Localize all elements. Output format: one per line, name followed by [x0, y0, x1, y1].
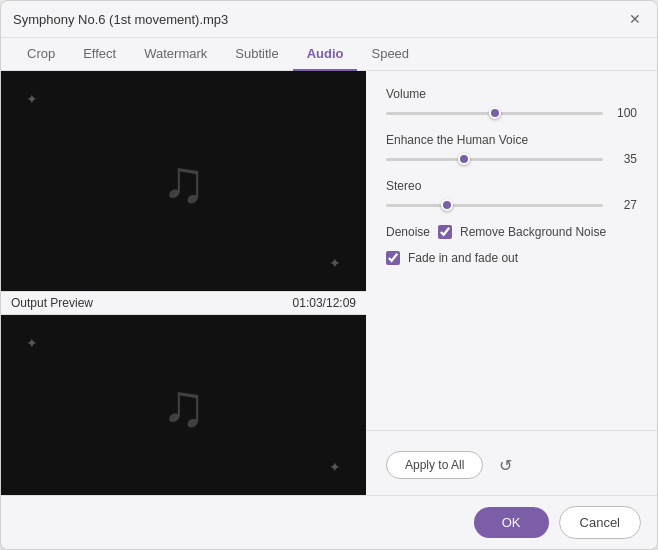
- main-content: ✦ ♫ ✦ Output Preview 01:03/12:09 ✦ ♫ ✦ ◀…: [1, 71, 657, 495]
- stereo-label: Stereo: [386, 179, 637, 193]
- tab-effect[interactable]: Effect: [69, 38, 130, 71]
- enhance-slider-row: 35: [386, 151, 637, 167]
- tab-speed[interactable]: Speed: [357, 38, 423, 71]
- apply-all-button[interactable]: Apply to All: [386, 451, 483, 479]
- tab-crop[interactable]: Crop: [13, 38, 69, 71]
- remove-bg-checkbox[interactable]: [438, 225, 452, 239]
- enhance-control: Enhance the Human Voice 35: [386, 133, 637, 167]
- fade-checkbox[interactable]: [386, 251, 400, 265]
- stereo-control: Stereo 27: [386, 179, 637, 213]
- sparkle-bottom-right-icon: ✦: [329, 255, 341, 271]
- remove-bg-label: Remove Background Noise: [460, 225, 606, 239]
- music-note-bottom-icon: ♫: [161, 371, 206, 440]
- titlebar: Symphony No.6 (1st movement).mp3 ✕: [1, 1, 657, 38]
- stereo-value: 27: [611, 198, 637, 212]
- timestamp-display: 01:03/12:09: [293, 296, 356, 310]
- denoise-row: Denoise Remove Background Noise: [386, 225, 637, 239]
- app-window: Symphony No.6 (1st movement).mp3 ✕ Crop …: [0, 0, 658, 550]
- ok-button[interactable]: OK: [474, 507, 549, 538]
- window-title: Symphony No.6 (1st movement).mp3: [13, 12, 228, 27]
- enhance-label: Enhance the Human Voice: [386, 133, 637, 147]
- fade-label: Fade in and fade out: [408, 251, 518, 265]
- denoise-label: Denoise: [386, 225, 430, 239]
- volume-slider-row: 100: [386, 105, 637, 121]
- spacer: [386, 277, 637, 418]
- stereo-slider-container: [386, 197, 603, 213]
- tab-subtitle[interactable]: Subtitle: [221, 38, 292, 71]
- fade-row: Fade in and fade out: [386, 251, 637, 265]
- left-panel: ✦ ♫ ✦ Output Preview 01:03/12:09 ✦ ♫ ✦ ◀…: [1, 71, 366, 495]
- sparkle-bottom-preview-br-icon: ✦: [329, 459, 341, 475]
- volume-value: 100: [611, 106, 637, 120]
- enhance-value: 35: [611, 152, 637, 166]
- tab-audio[interactable]: Audio: [293, 38, 358, 71]
- close-button[interactable]: ✕: [625, 9, 645, 29]
- apply-row: Apply to All ↺: [386, 443, 637, 479]
- sparkle-top-left-icon: ✦: [26, 91, 38, 107]
- output-preview-label: Output Preview: [11, 296, 93, 310]
- bottom-divider: [366, 430, 657, 431]
- refresh-button[interactable]: ↺: [493, 453, 517, 477]
- stereo-slider-row: 27: [386, 197, 637, 213]
- footer: OK Cancel: [1, 495, 657, 549]
- enhance-slider-container: [386, 151, 603, 167]
- top-preview: ✦ ♫ ✦: [1, 71, 366, 291]
- cancel-button[interactable]: Cancel: [559, 506, 641, 539]
- sparkle-bottom-preview-tl-icon: ✦: [26, 335, 38, 351]
- tab-bar: Crop Effect Watermark Subtitle Audio Spe…: [1, 38, 657, 71]
- enhance-slider[interactable]: [386, 158, 603, 161]
- right-panel: Volume 100 Enhance the Human Voice 35: [366, 71, 657, 495]
- volume-label: Volume: [386, 87, 637, 101]
- music-note-top-icon: ♫: [161, 147, 206, 216]
- output-preview-bar: Output Preview 01:03/12:09: [1, 291, 366, 315]
- bottom-preview: ✦ ♫ ✦: [1, 315, 366, 495]
- volume-slider-container: [386, 105, 603, 121]
- volume-control: Volume 100: [386, 87, 637, 121]
- volume-slider[interactable]: [386, 112, 603, 115]
- stereo-slider[interactable]: [386, 204, 603, 207]
- tab-watermark[interactable]: Watermark: [130, 38, 221, 71]
